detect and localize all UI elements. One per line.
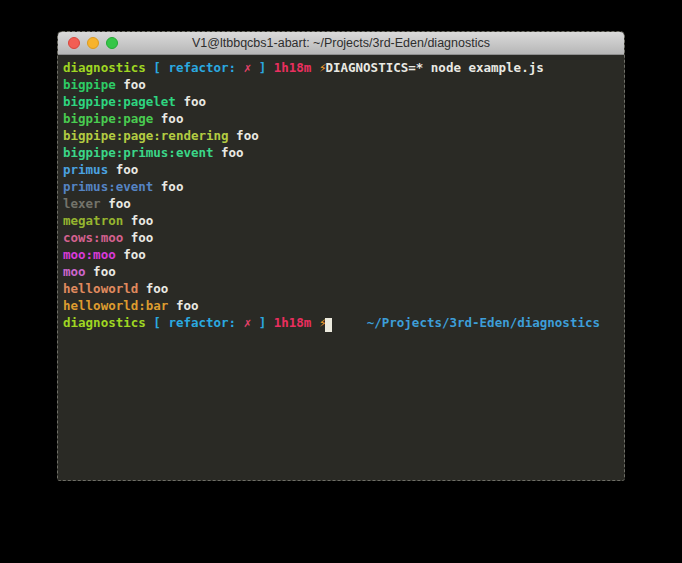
text-segment: foo [101,196,131,211]
terminal-line: bigpipe:page foo [63,110,619,127]
line-text: moo:moo foo [63,246,146,263]
text-segment: cows:moo [63,230,123,245]
working-directory-path: ~/Projects/3rd-Eden/diagnostics [367,314,619,331]
text-segment [266,315,274,330]
text-segment: bigpipe:page:rendering [63,128,229,143]
close-button[interactable] [68,37,80,49]
text-segment: 1h18m [274,60,312,75]
text-segment: [ refactor: [153,315,243,330]
text-segment: primus:event [63,179,153,194]
line-text: helloworld foo [63,280,168,297]
text-segment: bigpipe:page [63,111,153,126]
line-text: diagnostics [ refactor: ✗ ] 1h18m ⚡ [63,314,332,331]
terminal-line: lexer foo [63,195,619,212]
line-text: primus foo [63,161,138,178]
text-segment: foo [116,247,146,262]
text-segment: moo:moo [63,247,116,262]
text-segment: foo [108,162,138,177]
terminal-line: helloworld:bar foo [63,297,619,314]
text-segment [311,315,319,330]
terminal-line: diagnostics [ refactor: ✗ ] 1h18m ⚡DIAGN… [63,59,619,76]
text-segment: helloworld [63,281,138,296]
text-segment: DIAGNOSTICS=* node example.js [325,60,543,75]
line-text: moo foo [63,263,116,280]
terminal-line: bigpipe:page:rendering foo [63,127,619,144]
text-segment [311,60,319,75]
line-text: helloworld:bar foo [63,297,198,314]
text-segment: moo [63,264,86,279]
terminal-line: diagnostics [ refactor: ✗ ] 1h18m ⚡~/Pro… [63,314,619,331]
line-text: diagnostics [ refactor: ✗ ] 1h18m ⚡DIAGN… [63,59,544,76]
terminal-output[interactable]: diagnostics [ refactor: ✗ ] 1h18m ⚡DIAGN… [58,55,624,480]
terminal-line: bigpipe foo [63,76,619,93]
text-segment: diagnostics [63,315,146,330]
text-segment: foo [123,213,153,228]
terminal-line: moo:moo foo [63,246,619,263]
title-bar[interactable]: V1@ltbbqcbs1-abart: ~/Projects/3rd-Eden/… [58,32,624,55]
terminal-line: primus foo [63,161,619,178]
terminal-line: helloworld foo [63,280,619,297]
terminal-line: cows:moo foo [63,229,619,246]
text-segment: ] [251,315,266,330]
terminal-line: primus:event foo [63,178,619,195]
line-text: megatron foo [63,212,153,229]
line-text: primus:event foo [63,178,183,195]
text-segment: megatron [63,213,123,228]
terminal-line: bigpipe:primus:event foo [63,144,619,161]
text-segment: bigpipe:pagelet [63,94,176,109]
terminal-line: megatron foo [63,212,619,229]
text-segment: foo [153,179,183,194]
text-segment: foo [153,111,183,126]
text-segment [266,60,274,75]
line-text: bigpipe:pagelet foo [63,93,206,110]
text-segment: foo [176,94,206,109]
line-text: bigpipe foo [63,76,146,93]
terminal-line: bigpipe:pagelet foo [63,93,619,110]
text-segment: foo [168,298,198,313]
text-segment: primus [63,162,108,177]
text-segment: foo [86,264,116,279]
text-segment: foo [229,128,259,143]
traffic-lights [68,32,118,54]
text-segment: bigpipe [63,77,116,92]
text-segment: lexer [63,196,101,211]
line-text: bigpipe:page foo [63,110,183,127]
text-segment: foo [138,281,168,296]
terminal-window: V1@ltbbqcbs1-abart: ~/Projects/3rd-Eden/… [57,31,625,481]
minimize-button[interactable] [87,37,99,49]
text-segment: [ refactor: [153,60,243,75]
text-segment: foo [116,77,146,92]
zoom-button[interactable] [106,37,118,49]
terminal-line: moo foo [63,263,619,280]
text-segment: diagnostics [63,60,146,75]
window-title: V1@ltbbqcbs1-abart: ~/Projects/3rd-Eden/… [58,36,624,50]
text-segment: bigpipe:primus:event [63,145,214,160]
cursor [325,318,332,332]
text-segment: foo [123,230,153,245]
line-text: cows:moo foo [63,229,153,246]
text-segment: 1h18m [274,315,312,330]
text-segment: foo [214,145,244,160]
line-text: bigpipe:primus:event foo [63,144,244,161]
line-text: lexer foo [63,195,131,212]
line-text: bigpipe:page:rendering foo [63,127,259,144]
text-segment: ] [251,60,266,75]
text-segment: helloworld:bar [63,298,168,313]
